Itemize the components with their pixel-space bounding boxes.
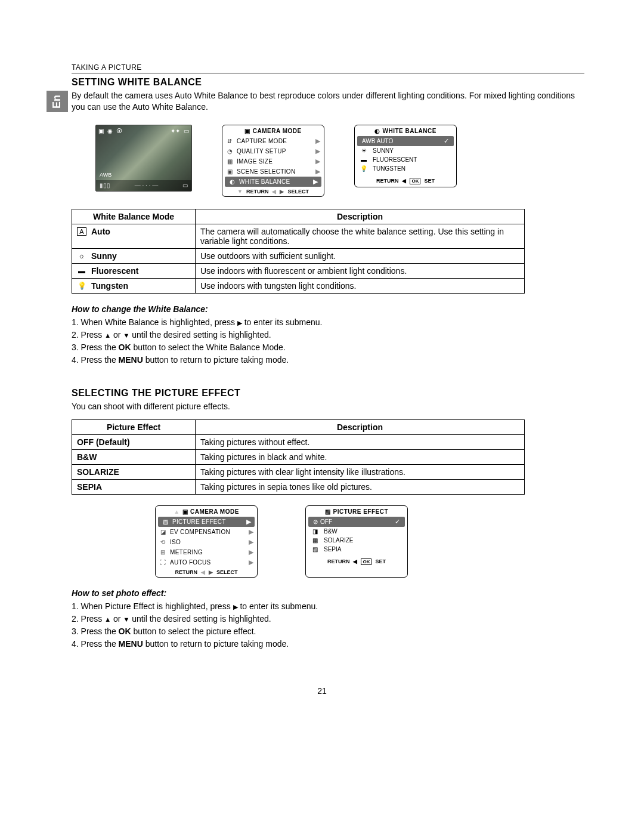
section-intro-picture-effect: You can shoot with different picture eff… xyxy=(72,401,584,412)
howto-pe-title: How to set photo effect: xyxy=(72,588,584,598)
triangle-up-icon: ▲ xyxy=(104,331,111,341)
fluorescent-icon: ▬ xyxy=(77,267,86,275)
menu-title: ▲ ▣ CAMERA MODE xyxy=(156,506,257,517)
arrow-right-icon: ▶ xyxy=(315,158,320,165)
step-4: 4. Press the MENU button to return to pi… xyxy=(72,354,584,366)
mode-label: Auto xyxy=(91,227,110,236)
menu-item-metering[interactable]: ⊞ METERING ▶ xyxy=(156,547,257,557)
section-title-picture-effect: SELECTING THE PICTURE EFFECT xyxy=(72,388,584,399)
table-row: B&W Taking pictures in black and white. xyxy=(72,449,525,464)
menu-title: ◐ WHITE BALANCE xyxy=(355,125,456,136)
mode-description: Use indoors with fluorescent or ambient … xyxy=(196,263,525,278)
camera-icon: ▣ xyxy=(98,128,104,134)
menu-item-white-balance[interactable]: ◐ WHITE BALANCE ▶ xyxy=(225,177,321,187)
triangle-right-icon: ▶ xyxy=(280,189,284,195)
mode-label: Tungsten xyxy=(91,281,128,291)
slider-icon: ⇵ xyxy=(226,138,233,144)
sepia-icon: ▧ xyxy=(311,546,319,553)
check-icon: ✓ xyxy=(444,137,449,145)
arrow-right-icon: ▶ xyxy=(246,518,251,526)
menu-footer: RETURN ◀ OK SET xyxy=(306,554,407,566)
bulb-icon: 💡 xyxy=(360,165,368,172)
pe-item-solarize[interactable]: ▦ SOLARIZE xyxy=(306,536,407,545)
menu-item-ev-compensation[interactable]: ◪ EV COMPENSATION ▶ xyxy=(156,527,257,537)
arrow-right-icon: ▶ xyxy=(249,528,253,536)
wb-icon: ◐ xyxy=(374,128,380,134)
wb-item-sunny[interactable]: ☀ SUNNY xyxy=(355,146,456,155)
effect-icon: ▨ xyxy=(325,508,331,515)
metering-icon: ⊞ xyxy=(159,549,166,555)
focus-icon: ⛶ xyxy=(159,559,166,566)
table-header-row: Picture Effect Description xyxy=(72,419,525,434)
wb-item-auto[interactable]: AWB AUTO ✓ xyxy=(357,136,454,146)
scene-icon: ▣ xyxy=(226,168,233,175)
awb-prefix: AWB xyxy=(362,138,375,144)
step-3: 3. Press the OK button to select the Whi… xyxy=(72,341,584,354)
table-row: SOLARIZE Taking pictures with clear ligh… xyxy=(72,464,525,479)
menu-item-label: AUTO FOCUS xyxy=(170,559,245,566)
ev-icon: ◪ xyxy=(159,529,166,535)
triangle-right-icon: ▶ xyxy=(209,569,213,575)
bulb-icon: 💡 xyxy=(77,282,86,290)
menu-item-label: EV COMPENSATION xyxy=(170,529,245,535)
wb-item-fluorescent[interactable]: ▬ FLUORESCENT xyxy=(355,155,456,164)
arrow-right-icon: ▶ xyxy=(315,168,320,175)
wb-item-label: TUNGSTEN xyxy=(373,165,451,172)
mode-label: Fluorescent xyxy=(91,266,138,276)
mode-description: Use outdoors with sufficient sunlight. xyxy=(196,248,525,263)
pe-item-off[interactable]: ⊘OFF ✓ xyxy=(308,517,405,527)
set-label: SET xyxy=(424,178,435,184)
table-row: 💡Tungsten Use indoors with tungsten ligh… xyxy=(72,278,525,293)
mode-description: Taking pictures in sepia tones like old … xyxy=(196,479,525,494)
menu-title: ▣ CAMERA MODE xyxy=(222,125,324,136)
pe-item-sepia[interactable]: ▧ SEPIA xyxy=(306,545,407,554)
menu-title-text: PICTURE EFFECT xyxy=(333,508,388,515)
menu-title-text: WHITE BALANCE xyxy=(383,128,436,134)
table-header: Picture Effect xyxy=(72,419,196,434)
camera-icon: ▣ xyxy=(244,128,250,134)
mode-description: Use indoors with tungsten light conditio… xyxy=(196,278,525,293)
table-header-row: White Balance Mode Description xyxy=(72,209,525,224)
triangle-right-icon: ▶ xyxy=(233,602,238,612)
step-2: 2. Press ▲ or ▼ until the desired settin… xyxy=(72,329,584,341)
iso-icon: ⟲ xyxy=(159,539,166,545)
language-tab: En xyxy=(47,91,68,112)
section-title-white-balance: SETTING WHITE BALANCE xyxy=(72,77,584,88)
exposure-indicator: — · · · — xyxy=(135,182,158,189)
table-header: Description xyxy=(196,419,525,434)
menu-item-image-size[interactable]: ▦ IMAGE SIZE ▶ xyxy=(222,156,324,166)
howto-wb-steps: 1. When White Balance is highlighted, pr… xyxy=(72,316,584,366)
wb-item-tungsten[interactable]: 💡 TUNGSTEN xyxy=(355,164,456,173)
triangle-left-icon: ◀ xyxy=(201,569,205,575)
menu-title-text: CAMERA MODE xyxy=(190,508,239,515)
menu-footer: RETURN ◀ OK SET xyxy=(355,173,456,186)
section-intro-white-balance: By default the camera uses Auto White Ba… xyxy=(72,90,584,113)
off-icon: ⊘ xyxy=(313,519,318,525)
size-icon: ▭ xyxy=(184,128,189,134)
pe-item-bw[interactable]: ◨ B&W xyxy=(306,527,407,536)
menu-item-iso[interactable]: ⟲ ISO ▶ xyxy=(156,537,257,547)
triangle-down-icon: ▼ xyxy=(123,331,129,341)
step-1: 1. When White Balance is highlighted, pr… xyxy=(72,316,584,329)
auto-icon: ⦿ xyxy=(116,128,122,134)
wb-icon: ◐ xyxy=(228,178,236,185)
ok-box-icon: OK xyxy=(410,178,420,184)
table-header: White Balance Mode xyxy=(72,209,196,224)
menu-item-picture-effect[interactable]: ▨ PICTURE EFFECT ▶ xyxy=(158,517,255,527)
menu-item-quality-setup[interactable]: ◔ QUALITY SETUP ▶ xyxy=(222,146,324,156)
mode-label: Sunny xyxy=(91,251,117,261)
battery-icon: ▮▯▯ xyxy=(100,182,110,189)
menu-item-capture-mode[interactable]: ⇵ CAPTURE MODE ▶ xyxy=(222,136,324,146)
mode-label: OFF (Default) xyxy=(77,437,130,447)
return-label: RETURN xyxy=(376,178,399,184)
check-icon: ✓ xyxy=(395,518,400,526)
arrow-right-icon: ▶ xyxy=(315,137,320,145)
menu-item-label: CAPTURE MODE xyxy=(237,138,312,144)
screens-row: ▣ ◉ ⦿ ✦✦ ▭ AWB ▮▯▯ — · · · — ▭ ▣ CAMERA … xyxy=(95,125,584,197)
quality-icon: ◔ xyxy=(226,148,233,155)
sun-icon: ☀ xyxy=(360,147,368,154)
menu-item-scene-selection[interactable]: ▣ SCENE SELECTION ▶ xyxy=(222,166,324,177)
size-icon: ▦ xyxy=(226,158,233,165)
menu-title-text: CAMERA MODE xyxy=(253,128,302,134)
menu-item-auto-focus[interactable]: ⛶ AUTO FOCUS ▶ xyxy=(156,557,257,567)
